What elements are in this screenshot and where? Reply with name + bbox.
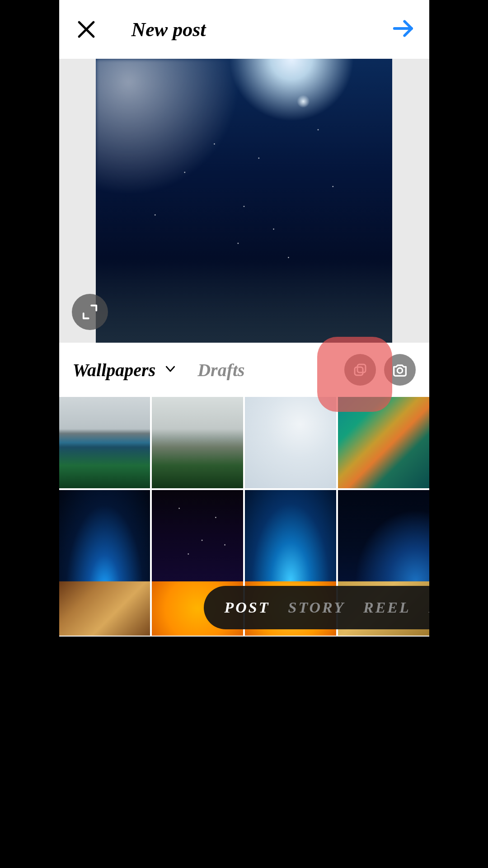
- mode-tab-post[interactable]: POST: [225, 599, 270, 616]
- album-label: Wallpapers: [73, 359, 156, 381]
- expand-icon: [81, 303, 99, 321]
- close-button[interactable]: [73, 16, 100, 43]
- expand-crop-button[interactable]: [72, 294, 108, 330]
- gallery-thumb[interactable]: [152, 490, 243, 581]
- gallery-grid: [59, 397, 429, 581]
- multi-select-icon: [352, 362, 368, 378]
- svg-rect-4: [355, 367, 363, 375]
- mode-selector: POST STORY REEL LIVE: [204, 586, 429, 629]
- preview-area: [59, 59, 429, 343]
- page-title: New post: [131, 18, 206, 41]
- svg-rect-3: [357, 364, 366, 373]
- gallery-thumb[interactable]: [59, 581, 150, 636]
- gallery-thumb[interactable]: [338, 397, 429, 488]
- next-button[interactable]: [391, 16, 416, 42]
- arrow-right-icon: [391, 16, 416, 41]
- gallery-thumb[interactable]: [152, 397, 243, 488]
- album-selector[interactable]: Wallpapers: [73, 359, 178, 381]
- gallery-thumb[interactable]: [338, 490, 429, 581]
- camera-icon: [391, 361, 409, 379]
- gallery-thumb[interactable]: [59, 490, 150, 581]
- multi-select-button[interactable]: [344, 354, 376, 386]
- mode-tab-reel[interactable]: REEL: [363, 599, 411, 616]
- close-icon: [75, 19, 97, 40]
- gallery-thumb[interactable]: [245, 490, 336, 581]
- album-bar: Wallpapers Drafts: [59, 343, 429, 397]
- header: New post: [59, 0, 429, 59]
- chevron-down-icon: [164, 362, 177, 377]
- gallery-thumb[interactable]: [245, 397, 336, 488]
- mode-tab-live[interactable]: LIVE: [429, 599, 429, 616]
- svg-point-5: [397, 368, 402, 373]
- bottom-bar: [59, 637, 429, 658]
- camera-button[interactable]: [384, 354, 416, 386]
- drafts-button[interactable]: Drafts: [197, 359, 244, 381]
- selected-image-preview[interactable]: [96, 59, 392, 343]
- new-post-screen: New post Wallpapers Drafts: [59, 0, 429, 658]
- mode-tab-story[interactable]: STORY: [288, 599, 345, 616]
- gallery-thumb[interactable]: [59, 397, 150, 488]
